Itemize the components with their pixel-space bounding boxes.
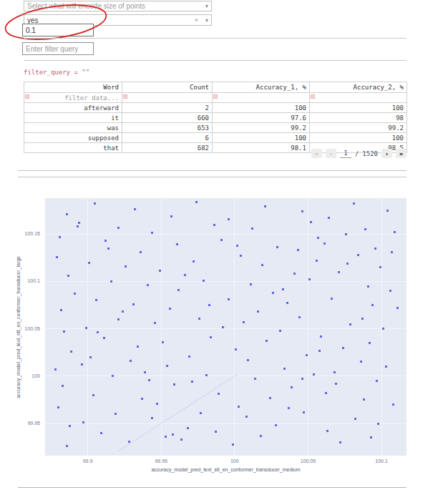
x-tick-label: 100.1 bbox=[366, 459, 397, 464]
chevron-down-icon[interactable]: ▾ bbox=[205, 17, 208, 24]
scatter-point bbox=[89, 356, 92, 358]
scatter-point bbox=[112, 375, 114, 377]
scatter-point bbox=[130, 360, 132, 362]
scatter-point bbox=[369, 342, 371, 344]
plot-area[interactable] bbox=[45, 198, 406, 456]
first-page-button[interactable]: « bbox=[311, 149, 322, 158]
filter-icon[interactable] bbox=[213, 94, 218, 99]
table-row: supposed6100100 bbox=[24, 133, 407, 143]
table-cell: 100 bbox=[310, 133, 407, 143]
scatter-point bbox=[67, 275, 69, 277]
chevron-down-icon[interactable]: ▾ bbox=[205, 3, 208, 9]
scatter-point bbox=[323, 242, 326, 245]
scatter-point bbox=[331, 298, 333, 300]
scatter-point bbox=[134, 208, 136, 210]
scatter-point bbox=[184, 274, 186, 276]
column-filter-input[interactable] bbox=[310, 93, 407, 103]
size-encode-select[interactable]: Select what will encode size of points ▾ bbox=[24, 1, 212, 11]
column-filter-input[interactable] bbox=[213, 93, 310, 103]
gridline bbox=[45, 423, 406, 424]
scatter-point bbox=[141, 398, 143, 400]
scatter-point bbox=[276, 246, 278, 248]
scatter-point bbox=[279, 330, 281, 332]
divider bbox=[18, 487, 406, 488]
table-row: was65399.299.2 bbox=[24, 123, 407, 133]
scatter-point bbox=[342, 347, 344, 349]
next-page-button[interactable]: › bbox=[381, 149, 392, 158]
scatter-point bbox=[353, 202, 355, 205]
table-cell: 100 bbox=[213, 103, 310, 113]
scatter-point bbox=[57, 406, 59, 408]
scatter-point bbox=[243, 321, 245, 323]
page-input[interactable] bbox=[340, 149, 351, 158]
scatter-point bbox=[147, 284, 149, 286]
column-header: Accuracy_2, % bbox=[310, 82, 407, 93]
scatter-point bbox=[260, 435, 262, 437]
scatter-point bbox=[228, 218, 230, 220]
scatter-point bbox=[247, 359, 249, 361]
scatter-point bbox=[310, 221, 312, 223]
table-cell: that bbox=[24, 143, 122, 153]
scatter-point bbox=[382, 328, 384, 330]
table-cell: afterward bbox=[24, 103, 122, 113]
app-page: Select what will encode size of points ▾… bbox=[0, 0, 448, 500]
filter-query-input[interactable]: Enter filter query bbox=[22, 42, 94, 55]
scatter-point bbox=[339, 441, 341, 443]
scatter-point bbox=[125, 265, 127, 268]
scatter-point bbox=[357, 254, 359, 256]
gridline bbox=[381, 198, 382, 456]
scatter-point bbox=[266, 340, 268, 342]
filter-query-placeholder: Enter filter query bbox=[26, 45, 78, 53]
column-header: Accuracy_1, % bbox=[213, 82, 310, 93]
scatter-point bbox=[198, 318, 200, 320]
gridline bbox=[45, 376, 406, 376]
scatter-point bbox=[364, 228, 366, 230]
scatter-point bbox=[345, 233, 347, 235]
point-size-input[interactable]: 0.1 bbox=[22, 24, 94, 36]
last-page-button[interactable]: » bbox=[396, 149, 406, 158]
table-cell: 682 bbox=[122, 143, 213, 153]
x-tick-label: 100.05 bbox=[292, 459, 323, 464]
scatter-point bbox=[361, 318, 364, 320]
scatter-point bbox=[77, 225, 79, 227]
scatter-point bbox=[191, 381, 193, 383]
scatter-point bbox=[159, 270, 161, 272]
column-filter-input[interactable]: filter data... bbox=[24, 93, 122, 103]
scatter-point bbox=[176, 243, 178, 245]
scatter-point bbox=[69, 425, 71, 427]
table-cell: 99.2 bbox=[213, 123, 310, 133]
scatter-point bbox=[59, 236, 61, 238]
scatter-point bbox=[236, 245, 238, 247]
scatter-point bbox=[151, 232, 153, 234]
scatter-point bbox=[132, 303, 135, 305]
table-cell: it bbox=[24, 113, 122, 123]
scatter-point bbox=[282, 288, 284, 290]
scatter-point bbox=[97, 331, 99, 333]
table-cell: 98 bbox=[310, 113, 407, 123]
words-table-header: WordCountAccuracy_1, %Accuracy_2, % bbox=[24, 82, 407, 93]
scatter-point bbox=[122, 310, 124, 313]
scatter-point bbox=[208, 304, 210, 306]
scatter-point bbox=[162, 341, 164, 343]
filter-query-output: filter_query = "" bbox=[24, 69, 89, 76]
scatter-point bbox=[386, 210, 389, 212]
y-tick-label: 100.05 bbox=[0, 326, 40, 331]
scatter-point bbox=[269, 397, 271, 399]
scatter-point bbox=[218, 393, 220, 395]
scatter-point bbox=[172, 433, 174, 436]
filter-icon[interactable] bbox=[123, 94, 127, 99]
scatter-point bbox=[165, 436, 167, 438]
prev-page-button[interactable]: ‹ bbox=[326, 149, 336, 158]
scatter-point bbox=[140, 251, 142, 253]
scatter-point bbox=[308, 278, 311, 280]
scatter-point bbox=[318, 350, 321, 352]
filter-icon[interactable] bbox=[25, 94, 29, 99]
table-row: it66097.698 bbox=[24, 113, 407, 123]
filter-icon[interactable] bbox=[311, 94, 315, 99]
clear-icon[interactable]: × bbox=[195, 16, 198, 24]
scatter-point bbox=[205, 374, 208, 376]
gridline bbox=[161, 198, 162, 456]
column-filter-input[interactable] bbox=[122, 93, 213, 103]
y-tick-label: 100.1 bbox=[0, 278, 40, 283]
scatter-point bbox=[371, 304, 374, 306]
